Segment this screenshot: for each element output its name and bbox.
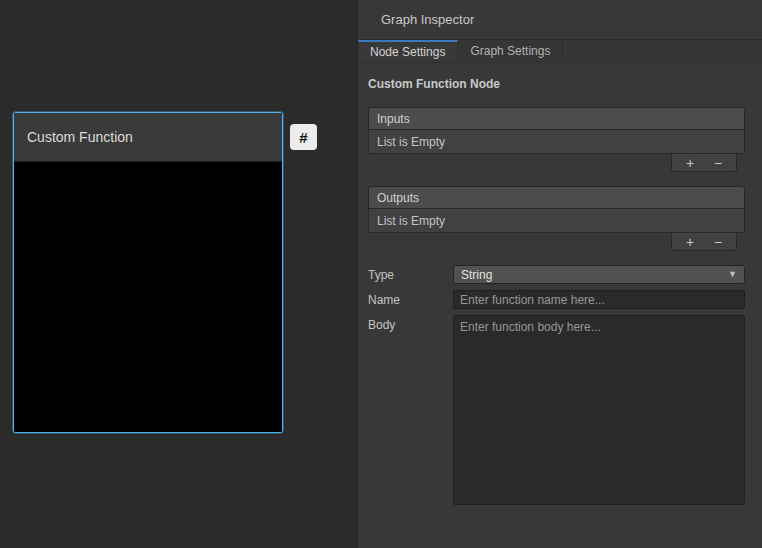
plus-icon: + — [686, 234, 694, 250]
function-name-input[interactable] — [453, 290, 745, 309]
minus-icon: − — [714, 155, 722, 171]
outputs-list-footer: + − — [368, 233, 745, 252]
inputs-list-header-label: Inputs — [377, 112, 410, 126]
type-field-row: Type String ▼ — [368, 265, 745, 284]
inspector-header[interactable]: Graph Inspector — [358, 0, 762, 40]
outputs-remove-button[interactable]: − — [708, 235, 728, 249]
tab-graph-settings-label: Graph Settings — [470, 44, 550, 58]
node-header[interactable]: Custom Function — [14, 113, 282, 162]
inspector-title: Graph Inspector — [381, 12, 474, 27]
inputs-remove-button[interactable]: − — [708, 156, 728, 170]
tab-node-settings-label: Node Settings — [370, 45, 445, 59]
outputs-empty-row: List is Empty — [368, 208, 745, 233]
minus-icon: − — [714, 234, 722, 250]
outputs-add-button[interactable]: + — [680, 235, 700, 249]
inputs-empty-row: List is Empty — [368, 129, 745, 154]
shader-graph-window: Custom Function # Graph Inspector Node S… — [0, 0, 762, 548]
chevron-down-icon: ▼ — [728, 270, 737, 279]
body-label: Body — [368, 315, 453, 332]
outputs-list-header: Outputs — [368, 186, 745, 208]
inspector-content: Custom Function Node Inputs List is Empt… — [358, 63, 762, 505]
inputs-list: Inputs List is Empty + − — [368, 107, 745, 173]
node-preview — [14, 163, 282, 432]
graph-inspector-panel: Graph Inspector Node Settings Graph Sett… — [357, 0, 762, 548]
node-title: Custom Function — [27, 129, 133, 145]
tab-graph-settings[interactable]: Graph Settings — [458, 40, 563, 62]
inputs-footer-box: + − — [671, 154, 737, 172]
body-field-row: Body — [368, 315, 745, 505]
outputs-empty-label: List is Empty — [377, 214, 445, 228]
hash-icon: # — [299, 129, 307, 146]
inputs-add-button[interactable]: + — [680, 156, 700, 170]
outputs-list: Outputs List is Empty + − — [368, 186, 745, 252]
plus-icon: + — [686, 155, 694, 171]
inputs-list-header: Inputs — [368, 107, 745, 129]
outputs-footer-box: + − — [671, 233, 737, 251]
function-body-input[interactable] — [453, 315, 745, 505]
type-dropdown-value: String — [461, 268, 492, 282]
type-label: Type — [368, 265, 453, 282]
inspector-tabs: Node Settings Graph Settings — [358, 40, 762, 63]
graph-canvas[interactable]: Custom Function # — [0, 0, 357, 548]
inputs-empty-label: List is Empty — [377, 135, 445, 149]
inputs-list-footer: + − — [368, 154, 745, 173]
custom-function-node[interactable]: Custom Function — [13, 112, 283, 433]
name-label: Name — [368, 290, 453, 307]
name-field-row: Name — [368, 290, 745, 309]
type-dropdown[interactable]: String ▼ — [453, 265, 745, 284]
outputs-list-header-label: Outputs — [377, 191, 419, 205]
tab-node-settings[interactable]: Node Settings — [358, 40, 458, 62]
hash-badge-button[interactable]: # — [290, 124, 317, 150]
node-settings-section-title: Custom Function Node — [368, 77, 745, 91]
